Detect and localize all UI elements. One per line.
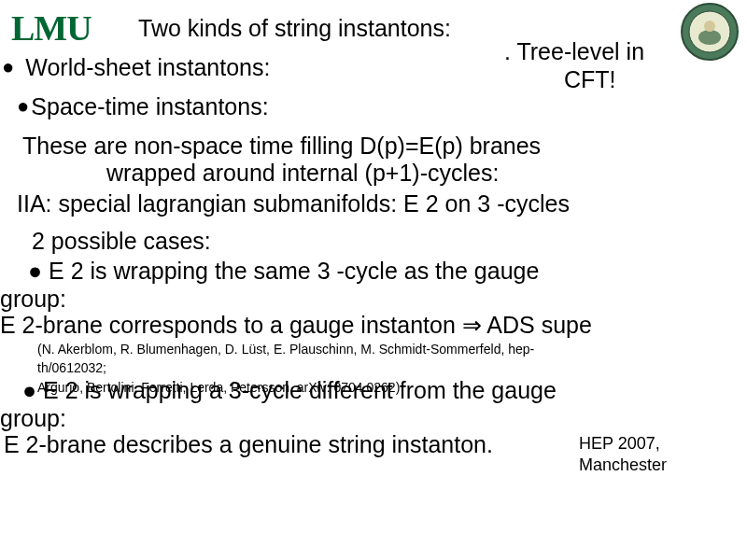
lmu-logo: LMU: [11, 7, 92, 49]
ref-line2: th/0612032;: [37, 360, 106, 375]
case-1: ● E 2 is wrapping the same 3 -cycle as t…: [28, 258, 747, 285]
e2-gauge-line: E 2-brane corresponds to a gauge instant…: [0, 312, 747, 339]
svg-point-2: [698, 30, 721, 45]
max-planck-logo: [680, 2, 740, 62]
paragraph-iia: IIA: special lagrangian submanifolds: E …: [17, 190, 741, 217]
bullet-world-sheet: ●World-sheet instantons:: [2, 54, 270, 81]
case-2: ● E 2 is wrapping a 3-cycle different fr…: [22, 377, 747, 404]
bullet-space-time-label: Space-time instantons:: [31, 93, 268, 119]
slide-footer: HEP 2007, Manchester: [579, 433, 667, 477]
bullet-world-sheet-label: World-sheet instantons:: [25, 54, 270, 80]
group-1: group:: [0, 286, 66, 313]
svg-point-3: [704, 21, 715, 32]
group-2: group:: [0, 405, 66, 432]
bullet-space-time: ●Space-time instantons:: [17, 93, 269, 120]
paragraph-branes: These are non-space time filling D(p)=E(…: [22, 133, 741, 187]
tree-level-line2: CFT!: [504, 66, 616, 92]
bullet-dot-icon: ●: [2, 55, 14, 78]
p1-line1: These are non-space time filling D(p)=E(…: [22, 133, 541, 159]
ref-line1: (N. Akerblom, R. Blumenhagen, D. Lüst, E…: [37, 342, 534, 357]
p1-line2: wrapped around internal (p+1)-cycles:: [22, 160, 741, 187]
tree-level-line1: . Tree-level in: [504, 38, 644, 64]
bullet-dot-icon: ●: [17, 94, 29, 118]
footer-line1: HEP 2007,: [579, 434, 660, 453]
footer-line2: Manchester: [579, 455, 667, 474]
tree-level-note: . Tree-level in CFT!: [504, 37, 644, 93]
cases-intro: 2 possible cases:: [32, 228, 741, 255]
slide-title: Two kinds of string instantons:: [138, 15, 451, 42]
